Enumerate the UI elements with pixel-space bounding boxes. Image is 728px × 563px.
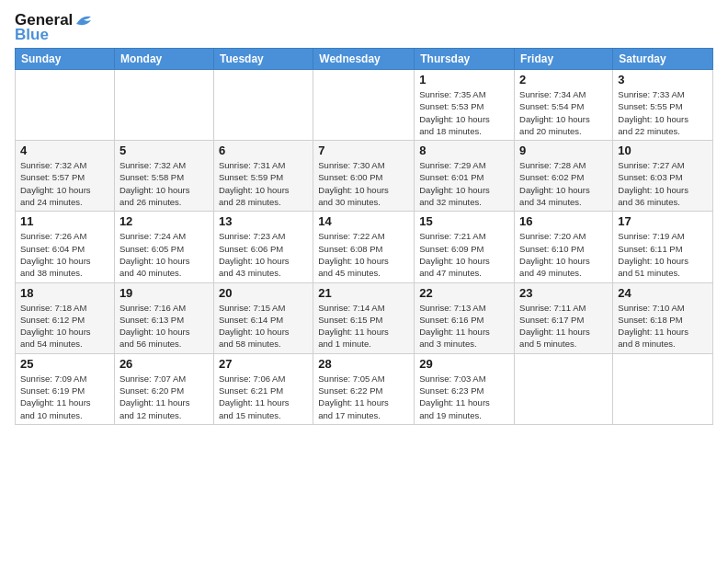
day-number: 1 bbox=[419, 73, 509, 86]
calendar-cell bbox=[515, 353, 613, 424]
day-info: Sunrise: 7:16 AMSunset: 6:13 PMDaylight:… bbox=[119, 302, 209, 350]
calendar-cell: 11Sunrise: 7:26 AMSunset: 6:04 PMDayligh… bbox=[16, 212, 115, 282]
day-info: Sunrise: 7:28 AMSunset: 6:02 PMDaylight:… bbox=[519, 159, 608, 208]
day-number: 9 bbox=[519, 144, 608, 157]
calendar-cell: 25Sunrise: 7:09 AMSunset: 6:19 PMDayligh… bbox=[16, 353, 115, 424]
day-info: Sunrise: 7:06 AMSunset: 6:21 PMDaylight:… bbox=[219, 373, 308, 421]
logo-blue: Blue bbox=[15, 26, 49, 44]
day-number: 18 bbox=[20, 286, 109, 300]
calendar-cell bbox=[16, 70, 115, 141]
day-number: 15 bbox=[419, 214, 509, 228]
day-info: Sunrise: 7:15 AMSunset: 6:14 PMDaylight:… bbox=[219, 302, 308, 350]
day-info: Sunrise: 7:30 AMSunset: 6:00 PMDaylight:… bbox=[318, 159, 409, 208]
logo: General Blue bbox=[15, 11, 95, 44]
calendar-cell bbox=[213, 70, 313, 141]
calendar: SundayMondayTuesdayWednesdayThursdayFrid… bbox=[15, 48, 713, 425]
calendar-cell: 29Sunrise: 7:03 AMSunset: 6:23 PMDayligh… bbox=[415, 353, 515, 424]
calendar-cell: 10Sunrise: 7:27 AMSunset: 6:03 PMDayligh… bbox=[613, 141, 713, 212]
day-info: Sunrise: 7:26 AMSunset: 6:04 PMDaylight:… bbox=[20, 230, 109, 279]
day-header-sunday: Sunday bbox=[16, 49, 115, 70]
calendar-week-3: 11Sunrise: 7:26 AMSunset: 6:04 PMDayligh… bbox=[16, 212, 713, 282]
calendar-cell bbox=[313, 70, 415, 141]
day-number: 29 bbox=[419, 357, 509, 371]
day-info: Sunrise: 7:19 AMSunset: 6:11 PMDaylight:… bbox=[618, 230, 708, 279]
day-info: Sunrise: 7:05 AMSunset: 6:22 PMDaylight:… bbox=[318, 373, 409, 421]
day-number: 17 bbox=[618, 214, 708, 228]
day-info: Sunrise: 7:29 AMSunset: 6:01 PMDaylight:… bbox=[419, 159, 509, 208]
day-info: Sunrise: 7:07 AMSunset: 6:20 PMDaylight:… bbox=[119, 373, 209, 421]
calendar-cell: 4Sunrise: 7:32 AMSunset: 5:57 PMDaylight… bbox=[16, 141, 115, 212]
day-number: 27 bbox=[219, 357, 308, 371]
day-header-thursday: Thursday bbox=[415, 49, 515, 70]
calendar-cell: 19Sunrise: 7:16 AMSunset: 6:13 PMDayligh… bbox=[114, 282, 213, 353]
day-info: Sunrise: 7:03 AMSunset: 6:23 PMDaylight:… bbox=[419, 373, 509, 421]
calendar-week-4: 18Sunrise: 7:18 AMSunset: 6:12 PMDayligh… bbox=[16, 282, 713, 353]
header: General Blue bbox=[15, 11, 713, 44]
day-number: 25 bbox=[20, 357, 109, 371]
day-number: 20 bbox=[219, 286, 308, 300]
day-info: Sunrise: 7:33 AMSunset: 5:55 PMDaylight:… bbox=[618, 88, 708, 137]
calendar-cell: 16Sunrise: 7:20 AMSunset: 6:10 PMDayligh… bbox=[515, 212, 613, 282]
day-info: Sunrise: 7:10 AMSunset: 6:18 PMDaylight:… bbox=[618, 302, 708, 350]
day-info: Sunrise: 7:32 AMSunset: 5:58 PMDaylight:… bbox=[119, 159, 209, 208]
calendar-cell: 18Sunrise: 7:18 AMSunset: 6:12 PMDayligh… bbox=[16, 282, 115, 353]
calendar-cell: 24Sunrise: 7:10 AMSunset: 6:18 PMDayligh… bbox=[613, 282, 713, 353]
calendar-cell: 8Sunrise: 7:29 AMSunset: 6:01 PMDaylight… bbox=[415, 141, 515, 212]
calendar-cell: 1Sunrise: 7:35 AMSunset: 5:53 PMDaylight… bbox=[415, 70, 515, 141]
calendar-cell: 12Sunrise: 7:24 AMSunset: 6:05 PMDayligh… bbox=[114, 212, 213, 282]
calendar-header-row: SundayMondayTuesdayWednesdayThursdayFrid… bbox=[16, 49, 713, 70]
calendar-cell bbox=[613, 353, 713, 424]
logo-bird-icon bbox=[74, 13, 95, 28]
day-info: Sunrise: 7:32 AMSunset: 5:57 PMDaylight:… bbox=[20, 159, 109, 208]
day-number: 13 bbox=[219, 214, 308, 228]
day-number: 8 bbox=[419, 144, 509, 157]
day-info: Sunrise: 7:14 AMSunset: 6:15 PMDaylight:… bbox=[318, 302, 409, 350]
calendar-cell: 21Sunrise: 7:14 AMSunset: 6:15 PMDayligh… bbox=[313, 282, 415, 353]
day-number: 23 bbox=[519, 286, 608, 300]
day-number: 11 bbox=[20, 214, 109, 228]
calendar-week-2: 4Sunrise: 7:32 AMSunset: 5:57 PMDaylight… bbox=[16, 141, 713, 212]
day-header-wednesday: Wednesday bbox=[313, 49, 415, 70]
day-info: Sunrise: 7:18 AMSunset: 6:12 PMDaylight:… bbox=[20, 302, 109, 350]
day-number: 24 bbox=[618, 286, 708, 300]
day-number: 28 bbox=[318, 357, 409, 371]
calendar-cell: 23Sunrise: 7:11 AMSunset: 6:17 PMDayligh… bbox=[515, 282, 613, 353]
day-header-monday: Monday bbox=[114, 49, 213, 70]
day-info: Sunrise: 7:35 AMSunset: 5:53 PMDaylight:… bbox=[419, 88, 509, 137]
day-header-saturday: Saturday bbox=[613, 49, 713, 70]
day-number: 6 bbox=[219, 144, 308, 157]
day-header-tuesday: Tuesday bbox=[213, 49, 313, 70]
calendar-cell: 5Sunrise: 7:32 AMSunset: 5:58 PMDaylight… bbox=[114, 141, 213, 212]
day-number: 4 bbox=[20, 144, 109, 157]
calendar-cell: 15Sunrise: 7:21 AMSunset: 6:09 PMDayligh… bbox=[415, 212, 515, 282]
day-info: Sunrise: 7:27 AMSunset: 6:03 PMDaylight:… bbox=[618, 159, 708, 208]
calendar-cell: 7Sunrise: 7:30 AMSunset: 6:00 PMDaylight… bbox=[313, 141, 415, 212]
day-number: 16 bbox=[519, 214, 608, 228]
day-number: 26 bbox=[119, 357, 209, 371]
day-info: Sunrise: 7:09 AMSunset: 6:19 PMDaylight:… bbox=[20, 373, 109, 421]
calendar-cell: 3Sunrise: 7:33 AMSunset: 5:55 PMDaylight… bbox=[613, 70, 713, 141]
calendar-cell: 28Sunrise: 7:05 AMSunset: 6:22 PMDayligh… bbox=[313, 353, 415, 424]
day-number: 22 bbox=[419, 286, 509, 300]
day-info: Sunrise: 7:21 AMSunset: 6:09 PMDaylight:… bbox=[419, 230, 509, 279]
day-number: 21 bbox=[318, 286, 409, 300]
day-number: 7 bbox=[318, 144, 409, 157]
page: General Blue SundayMondayTuesdayWednesda… bbox=[0, 0, 728, 563]
calendar-cell: 6Sunrise: 7:31 AMSunset: 5:59 PMDaylight… bbox=[213, 141, 313, 212]
calendar-cell bbox=[114, 70, 213, 141]
day-number: 19 bbox=[119, 286, 209, 300]
calendar-cell: 22Sunrise: 7:13 AMSunset: 6:16 PMDayligh… bbox=[415, 282, 515, 353]
calendar-cell: 13Sunrise: 7:23 AMSunset: 6:06 PMDayligh… bbox=[213, 212, 313, 282]
calendar-cell: 9Sunrise: 7:28 AMSunset: 6:02 PMDaylight… bbox=[515, 141, 613, 212]
day-info: Sunrise: 7:20 AMSunset: 6:10 PMDaylight:… bbox=[519, 230, 608, 279]
day-number: 14 bbox=[318, 214, 409, 228]
calendar-cell: 17Sunrise: 7:19 AMSunset: 6:11 PMDayligh… bbox=[613, 212, 713, 282]
day-info: Sunrise: 7:11 AMSunset: 6:17 PMDaylight:… bbox=[519, 302, 608, 350]
calendar-cell: 2Sunrise: 7:34 AMSunset: 5:54 PMDaylight… bbox=[515, 70, 613, 141]
calendar-cell: 26Sunrise: 7:07 AMSunset: 6:20 PMDayligh… bbox=[114, 353, 213, 424]
day-number: 3 bbox=[618, 73, 708, 86]
calendar-cell: 20Sunrise: 7:15 AMSunset: 6:14 PMDayligh… bbox=[213, 282, 313, 353]
day-info: Sunrise: 7:24 AMSunset: 6:05 PMDaylight:… bbox=[119, 230, 209, 279]
day-info: Sunrise: 7:22 AMSunset: 6:08 PMDaylight:… bbox=[318, 230, 409, 279]
calendar-cell: 27Sunrise: 7:06 AMSunset: 6:21 PMDayligh… bbox=[213, 353, 313, 424]
